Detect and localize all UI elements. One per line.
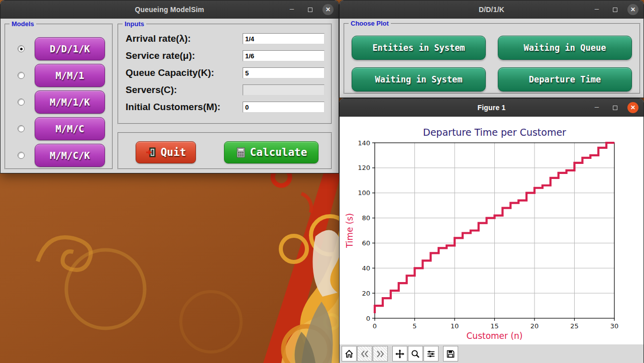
svg-text:100: 100 [358,189,370,197]
models-groupbox: Models D/D/1/KM/M/1M/M/1/KM/M/CM/M/C/K [5,24,113,169]
subplots-icon[interactable] [423,346,439,361]
svg-text:Departure Time per Customer: Departure Time per Customer [423,127,566,138]
svg-text:Customer (n): Customer (n) [466,331,522,341]
model-radio-m-m-1-k[interactable] [18,99,25,106]
choose-plot-label: Choose Plot [349,20,391,27]
model-button-m-m-c-k[interactable]: M/M/C/K [35,144,105,167]
close-icon[interactable]: ✕ [323,4,334,15]
input-label: Queue Capacity(K): [126,67,214,78]
model-row: M/M/1/K [6,90,112,114]
quit-button[interactable]: Quit [136,141,196,163]
departure-time-step-chart: 051015202530020406080100120140Departure … [340,117,643,344]
input-row: Service rate(μ): [119,50,331,62]
model-row: M/M/C [6,117,112,140]
svg-text:15: 15 [490,322,499,330]
model-row: M/M/C/K [6,144,112,167]
input-field-initial-customers-m-[interactable] [243,102,325,113]
inputs-groupbox-label: Inputs [123,20,146,28]
plot-button-waiting-in-queue[interactable]: Waiting in Queue [498,36,632,60]
svg-text:10: 10 [451,322,459,330]
home-icon[interactable] [342,346,357,361]
actions-frame: Quit Calculate [118,132,332,169]
input-row: Queue Capacity(K): [119,67,331,79]
input-row: Arrival rate(λ): [119,33,331,45]
input-row: Initial Customers(M): [119,101,331,113]
model-button-d-d-1-k[interactable]: D/D/1/K [35,37,105,60]
svg-text:60: 60 [362,239,370,247]
model-radio-d-d-1-k[interactable] [18,45,25,52]
maximize-icon[interactable] [609,4,620,15]
save-icon[interactable] [443,346,458,361]
qms-window-title: Queueing ModelSim [135,6,204,14]
model-radio-m-m-1[interactable] [18,72,25,79]
forward-icon[interactable] [373,346,388,361]
calculate-button[interactable]: Calculate [224,141,318,163]
svg-text:5: 5 [412,322,416,330]
window-queueing-modelsim: Queueing ModelSim – ✕ Models D/D/1/KM/M/… [0,0,339,173]
input-field-arrival-rate-[interactable] [243,33,325,44]
close-icon[interactable]: ✕ [627,102,638,113]
zoom-icon[interactable] [408,346,423,361]
minimize-icon[interactable]: – [591,4,602,15]
svg-text:30: 30 [610,322,619,330]
svg-text:140: 140 [358,139,370,147]
input-field-queue-capacity-k-[interactable] [243,67,325,78]
figure-titlebar[interactable]: Figure 1 – ✕ [340,99,643,117]
plot-button-departure-time[interactable]: Departure Time [498,67,632,92]
calculate-button-label: Calculate [250,146,307,158]
svg-text:0: 0 [366,315,370,322]
model-button-m-m-c[interactable]: M/M/C [35,117,105,140]
input-label: Initial Customers(M): [126,102,221,113]
figure-window-title: Figure 1 [477,104,505,112]
calculator-icon [236,147,246,158]
maximize-icon[interactable] [304,4,315,15]
models-groupbox-label: Models [10,20,36,28]
input-field-servers-c- [243,84,325,96]
svg-text:0: 0 [373,322,377,330]
model-row: M/M/1 [6,64,112,87]
ddk-window-title: D/D/1/K [479,6,504,14]
ddk-titlebar[interactable]: D/D/1/K – ✕ [340,1,643,19]
quit-button-label: Quit [161,146,186,158]
model-button-m-m-1-k[interactable]: M/M/1/K [35,90,105,114]
plot-canvas: 051015202530020406080100120140Departure … [340,117,643,344]
pan-icon[interactable] [392,346,407,361]
close-icon[interactable]: ✕ [627,4,638,15]
model-button-m-m-1[interactable]: M/M/1 [35,64,105,87]
input-label: Arrival rate(λ): [126,33,191,44]
model-row: D/D/1/K [6,37,112,60]
input-row: Servers(C): [119,84,331,96]
svg-text:Time (s): Time (s) [345,213,355,248]
model-radio-m-m-c[interactable] [18,125,25,132]
input-label: Service rate(μ): [126,50,195,61]
qms-titlebar[interactable]: Queueing ModelSim – ✕ [1,1,339,19]
minimize-icon[interactable]: – [286,4,297,15]
window-ddk: D/D/1/K – ✕ Choose Plot Entities in Syst… [339,0,644,98]
plot-button-entities-in-system[interactable]: Entities in System [352,36,486,60]
svg-text:80: 80 [362,214,370,222]
exit-door-icon [146,147,157,158]
choose-plot-groupbox: Choose Plot Entities in SystemWaiting in… [344,23,640,94]
input-field-service-rate-[interactable] [243,50,325,61]
input-label: Servers(C): [126,84,177,96]
svg-text:20: 20 [362,290,370,297]
window-figure1: Figure 1 – ✕ 051015202530020406080100120… [339,98,644,363]
inputs-groupbox: Inputs Arrival rate(λ):Service rate(μ):Q… [118,24,332,124]
matplotlib-toolbar [340,344,643,363]
back-icon[interactable] [357,346,372,361]
svg-text:20: 20 [530,322,539,330]
minimize-icon[interactable]: – [591,102,602,113]
svg-text:120: 120 [358,164,370,171]
svg-text:40: 40 [362,264,370,272]
maximize-icon[interactable] [609,102,620,113]
plot-button-waiting-in-system[interactable]: Waiting in System [352,67,486,92]
model-radio-m-m-c-k[interactable] [18,152,25,159]
svg-text:25: 25 [570,322,579,330]
